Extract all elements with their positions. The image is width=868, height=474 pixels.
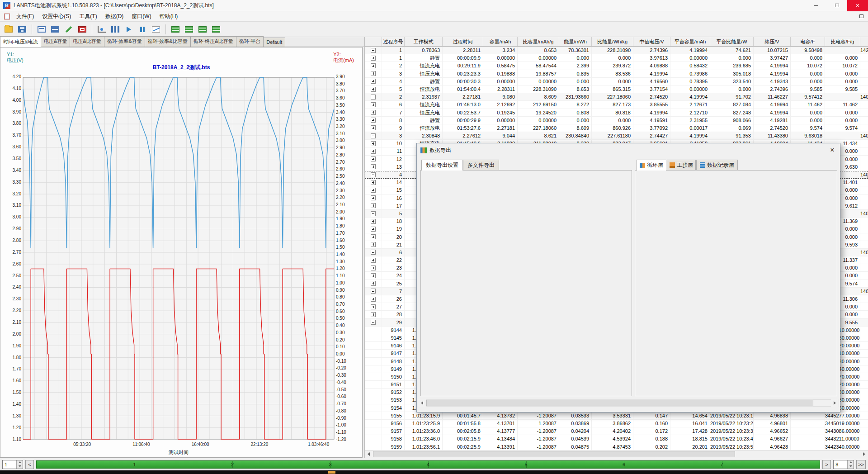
column-header[interactable]: 容量/mAh	[483, 37, 518, 46]
column-header[interactable]: 电容/F	[791, 37, 825, 46]
dialog-horizontal-scrollbar[interactable]	[418, 399, 839, 407]
spinner-down-button[interactable]	[17, 465, 23, 469]
expand-toggle-icon[interactable]	[371, 71, 376, 76]
chart-bars-icon[interactable]	[109, 23, 122, 36]
page-spinner-right[interactable]: 8	[833, 460, 854, 469]
column-header[interactable]: 工作模式	[405, 37, 443, 46]
expand-toggle-icon[interactable]	[371, 304, 376, 309]
spinner-up-button[interactable]	[17, 460, 23, 465]
channel-progress-bar[interactable]: 1234567	[36, 460, 820, 469]
collapse-toggle-icon[interactable]	[371, 320, 376, 325]
chart-tab-cycle-endv-spec-capacity[interactable]: 循环-终压&比容量	[190, 36, 236, 47]
scroll-thumb[interactable]	[426, 400, 813, 406]
expand-toggle-icon[interactable]	[371, 125, 376, 130]
expand-toggle-icon[interactable]	[371, 234, 376, 239]
expand-toggle-icon[interactable]	[371, 188, 376, 193]
scroll-thumb[interactable]	[373, 451, 735, 457]
chart-tab-voltage-capacity[interactable]: 电压&容量	[41, 36, 70, 47]
expand-toggle-icon[interactable]	[371, 242, 376, 247]
chart-tab-cycle-eff-spec-capacity[interactable]: 循环-效率&比容量	[145, 36, 191, 47]
menu-data[interactable]: 数据(D)	[101, 11, 128, 22]
collapse-toggle-icon[interactable]	[371, 133, 376, 138]
tab-step-layer[interactable]: 工步层	[667, 160, 696, 170]
start-icon[interactable]	[123, 23, 135, 36]
column-header[interactable]: 过程时间	[443, 37, 483, 46]
column-header[interactable]: 比电容/F/g	[825, 37, 860, 46]
report-view-icon[interactable]	[210, 23, 222, 36]
expand-toggle-icon[interactable]	[371, 180, 376, 185]
table-row[interactable]: 32.308482.276129.0448.621230.84840227.61…	[365, 132, 868, 140]
spinner-up-button[interactable]	[848, 460, 854, 465]
column-header[interactable]: 能量/mWh	[559, 37, 592, 46]
table-row[interactable]: 4静置00:00:30.30.000000.000000.0000.0004.1…	[365, 78, 868, 85]
scroll-left-button[interactable]	[418, 399, 426, 407]
tab-data-export-settings[interactable]: 数据导出设置	[421, 160, 463, 171]
table-row[interactable]: 2恒流充电00:29:11.90.5847558.475442.399239.8…	[365, 62, 868, 70]
menu-help[interactable]: 帮助(H)	[156, 11, 182, 22]
expand-toggle-icon[interactable]	[371, 149, 376, 154]
spinner-down-button[interactable]	[848, 465, 854, 469]
expand-toggle-icon[interactable]	[371, 203, 376, 208]
step-data-view-icon[interactable]	[183, 23, 195, 36]
column-header[interactable]	[365, 37, 382, 46]
record-data-view-icon[interactable]	[196, 23, 209, 36]
table-row[interactable]: 91591.01:23:56.100:02:25.94.13391-1.2008…	[365, 443, 868, 450]
expand-toggle-icon[interactable]	[371, 110, 376, 115]
collapse-toggle-icon[interactable]	[371, 48, 376, 53]
table-row[interactable]: 91551.01:23:15.900:01:45.74.13732-1.2008…	[365, 412, 868, 420]
child-restore-button[interactable]	[859, 14, 863, 18]
menu-file[interactable]: 文件(F)	[12, 11, 38, 22]
chart-tab-cycle-platform[interactable]: 循环-平台	[236, 36, 264, 47]
menu-window[interactable]: 窗口(W)	[127, 11, 155, 22]
open-file-icon[interactable]	[2, 23, 15, 36]
expand-toggle-icon[interactable]	[371, 312, 376, 317]
column-header[interactable]: 比能量/Wh/kg	[592, 37, 633, 46]
collapse-toggle-icon[interactable]	[371, 211, 376, 216]
last-page-button[interactable]: >>	[856, 460, 866, 469]
save-icon[interactable]	[16, 23, 28, 36]
table-horizontal-scrollbar[interactable]	[365, 450, 868, 458]
column-header[interactable]: 中值电压/V	[633, 37, 670, 46]
scroll-left-button[interactable]	[365, 450, 373, 458]
menu-settings-center[interactable]: 设置中心(S)	[38, 11, 75, 22]
table-row[interactable]: 8静置00:00:29.90.000000.000000.0000.0004.1…	[365, 117, 868, 124]
expand-toggle-icon[interactable]	[371, 273, 376, 278]
table-row[interactable]: 91561.01:23:25.900:01:55.84.13701-1.2008…	[365, 420, 868, 427]
chart-tab-default[interactable]: Default	[263, 38, 285, 47]
edit-step-icon[interactable]	[62, 23, 75, 36]
tab-record-layer[interactable]: 数据记录层	[696, 160, 738, 170]
minimize-button[interactable]	[806, 0, 826, 11]
expand-toggle-icon[interactable]	[371, 195, 376, 200]
chart-tab-time-voltage-current[interactable]: 时间-电压&电流	[0, 36, 41, 47]
maximize-button[interactable]	[826, 0, 847, 11]
cycle-data-view-icon[interactable]	[169, 23, 182, 36]
column-header[interactable]: 平台容量/mAh	[670, 37, 710, 46]
table-row[interactable]: 91571.01:23:36.000:02:05.84.13777-1.2008…	[365, 427, 868, 435]
column-header[interactable]: 终压/V	[754, 37, 791, 46]
chart-tab-cycle-eff-capacity[interactable]: 循环-效率&容量	[104, 36, 145, 47]
dialog-close-button[interactable]: ×	[825, 145, 840, 156]
expand-toggle-icon[interactable]	[371, 219, 376, 224]
device-manage-icon[interactable]	[35, 23, 48, 36]
column-header[interactable]: 比容量/mAh/g	[518, 37, 559, 46]
expand-toggle-icon[interactable]	[371, 56, 376, 61]
expand-toggle-icon[interactable]	[371, 118, 376, 123]
page-spinner-left[interactable]: 1	[2, 460, 23, 469]
table-row[interactable]: 7恒压充电00:22:53.70.1924519.245200.80880.81…	[365, 109, 868, 117]
table-row[interactable]: 22.319372.271819.0808.609231.93660227.18…	[365, 93, 868, 101]
tab-multi-file-export[interactable]: 多文件导出	[463, 160, 499, 170]
table-row[interactable]: 1静置00:00:09.90.000000.000000.0000.0003.9…	[365, 54, 868, 62]
chart-tab-voltage-spec-capacity[interactable]: 电压&比容量	[70, 36, 104, 47]
column-header[interactable]: 过程序号	[382, 37, 405, 46]
column-header[interactable]: 平台比能量/W	[710, 37, 754, 46]
expand-toggle-icon[interactable]	[371, 281, 376, 286]
expand-toggle-icon[interactable]	[371, 102, 376, 107]
column-header[interactable]	[860, 37, 868, 46]
expand-toggle-icon[interactable]	[371, 227, 376, 232]
expand-toggle-icon[interactable]	[371, 265, 376, 270]
channel-view-icon[interactable]	[49, 23, 61, 36]
curve-view-icon[interactable]	[150, 23, 162, 36]
taskbar-app-icon[interactable]	[328, 471, 335, 474]
collapse-toggle-icon[interactable]	[371, 250, 376, 255]
expand-toggle-icon[interactable]	[371, 297, 376, 302]
